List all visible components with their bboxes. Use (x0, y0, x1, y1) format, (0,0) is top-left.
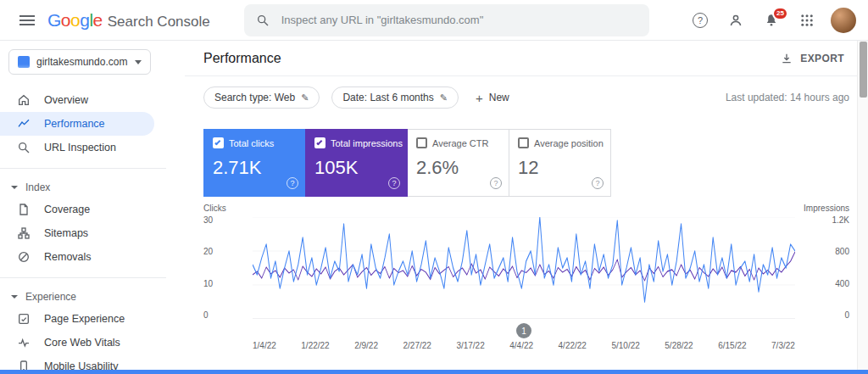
card-label: Average position (534, 138, 604, 148)
new-filter-button[interactable]: + New (470, 91, 515, 105)
card-average-ctr[interactable]: Average CTR 2.6% ? (407, 129, 509, 197)
left-axis: Clicks 30 20 10 0 (203, 204, 246, 350)
new-filter-label: New (489, 92, 509, 103)
average-ctr-checkbox[interactable] (416, 137, 427, 148)
axis-tick: 30 (203, 217, 246, 224)
filter-date-range[interactable]: Date: Last 6 months ✎ (331, 87, 459, 109)
card-value: 2.6% (416, 157, 500, 179)
x-tick-label: 7/3/22 (771, 341, 795, 350)
logo-letter: o (61, 10, 70, 30)
vertical-scrollbar[interactable] (857, 41, 868, 370)
card-total-impressions[interactable]: Total impressions 105K ? (305, 129, 408, 197)
property-selector[interactable]: girltakesmundo.com (8, 49, 151, 75)
card-header: Total clicks (213, 137, 297, 148)
help-icon: ? (693, 13, 708, 28)
help-icon[interactable]: ? (388, 177, 400, 189)
sidebar-item-page-experience[interactable]: Page Experience (0, 307, 154, 331)
edit-icon: ✎ (440, 92, 448, 103)
help-button[interactable]: ? (685, 5, 715, 36)
x-tick-label: 6/15/22 (718, 341, 746, 350)
card-average-position[interactable]: Average position 12 ? (509, 129, 611, 197)
body-row: girltakesmundo.com Overview Performance … (0, 41, 868, 374)
filters-row: Search type: Web ✎ Date: Last 6 months ✎… (203, 87, 849, 109)
average-position-checkbox[interactable] (518, 137, 529, 148)
chevron-down-icon (11, 186, 18, 189)
axis-tick: 10 (203, 281, 246, 287)
apps-grid-button[interactable] (792, 5, 822, 36)
sidebar-divider (0, 168, 166, 169)
sidebar-section-index[interactable]: Index (0, 177, 185, 198)
performance-content: Search type: Web ✎ Date: Last 6 months ✎… (185, 87, 868, 350)
magnifier-icon (17, 141, 31, 154)
search-icon (256, 14, 270, 27)
chart-pager-row: 1 (253, 323, 795, 338)
help-icon[interactable]: ? (490, 177, 502, 189)
sidebar-item-label: Overview (44, 94, 88, 106)
core-web-vitals-icon (17, 336, 31, 349)
sitemap-icon (17, 226, 31, 240)
account-avatar[interactable] (831, 8, 856, 33)
page-title: Performance (203, 51, 281, 66)
sidebar-item-performance[interactable]: Performance (0, 112, 154, 136)
scrollbar-thumb[interactable] (860, 42, 867, 98)
person-icon (728, 13, 743, 28)
filter-search-type[interactable]: Search type: Web ✎ (203, 87, 320, 109)
sidebar: girltakesmundo.com Overview Performance … (0, 41, 185, 374)
right-axis: Impressions 1.2K 800 400 0 (802, 204, 849, 350)
url-inspect-searchbar[interactable] (244, 4, 649, 36)
sidebar-item-removals[interactable]: Removals (0, 245, 154, 269)
card-total-clicks[interactable]: Total clicks 2.71K ? (203, 129, 306, 197)
total-clicks-checkbox[interactable] (213, 137, 224, 148)
card-value: 12 (518, 157, 602, 179)
filter-label: Date: Last 6 months (342, 92, 433, 103)
user-settings-button[interactable] (721, 5, 751, 36)
logo[interactable]: Google Search Console (47, 10, 210, 31)
chart-plot-area[interactable]: 1 1/4/22 1/22/22 2/9/22 2/27/22 3/17/22 … (246, 204, 802, 350)
right-axis-ticks: 1.2K 800 400 0 (802, 217, 849, 319)
help-icon[interactable]: ? (592, 177, 604, 189)
x-tick-label: 3/17/22 (456, 341, 484, 350)
checkmark-icon (214, 139, 220, 145)
notifications-button[interactable]: 25 (756, 5, 787, 36)
chevron-down-icon (11, 295, 18, 299)
sidebar-item-label: Sitemaps (44, 227, 88, 239)
apps-grid-icon (799, 13, 815, 28)
x-tick-label: 2/9/22 (354, 341, 378, 350)
help-icon[interactable]: ? (287, 177, 298, 189)
performance-chart-icon (17, 117, 31, 131)
x-axis-labels: 1/4/22 1/22/22 2/9/22 2/27/22 3/17/22 4/… (253, 341, 795, 350)
x-tick-label: 1/22/22 (301, 341, 329, 350)
plus-icon: + (476, 92, 483, 104)
left-axis-ticks: 30 20 10 0 (203, 217, 246, 319)
logo-letter: G (47, 10, 61, 30)
property-name: girltakesmundo.com (36, 56, 127, 68)
filter-label: Search type: Web (214, 92, 295, 103)
sidebar-section-experience[interactable]: Experience (0, 287, 185, 307)
card-header: Total impressions (314, 137, 398, 148)
axis-tick: 0 (802, 312, 849, 319)
sidebar-item-coverage[interactable]: Coverage (0, 198, 154, 221)
sidebar-item-sitemaps[interactable]: Sitemaps (0, 221, 154, 245)
topbar-actions: ? 25 (685, 5, 856, 36)
total-impressions-checkbox[interactable] (314, 137, 326, 148)
metric-cards: Total clicks 2.71K ? Total impressions 1… (203, 129, 849, 197)
sidebar-item-overview[interactable]: Overview (0, 88, 154, 112)
sidebar-item-url-inspection[interactable]: URL Inspection (0, 136, 154, 159)
chart-svg[interactable] (253, 217, 795, 319)
logo-letter: g (80, 10, 89, 30)
top-bar: Google Search Console ? 25 (0, 0, 868, 41)
card-value: 105K (314, 157, 398, 179)
chevron-down-icon (135, 60, 142, 64)
bottom-accent-bar (0, 370, 868, 374)
export-button[interactable]: EXPORT (775, 48, 849, 69)
sidebar-item-label: Coverage (44, 204, 90, 215)
sidebar-item-label: Removals (44, 251, 92, 263)
menu-button[interactable] (12, 5, 42, 36)
url-inspect-input[interactable] (280, 13, 637, 27)
axis-tick: 800 (802, 248, 849, 255)
product-name: Search Console (108, 14, 210, 31)
sidebar-item-core-web-vitals[interactable]: Core Web Vitals (0, 331, 154, 354)
chart-page-indicator[interactable]: 1 (516, 323, 531, 338)
chart-canvas[interactable] (253, 217, 795, 319)
home-icon (17, 93, 31, 107)
